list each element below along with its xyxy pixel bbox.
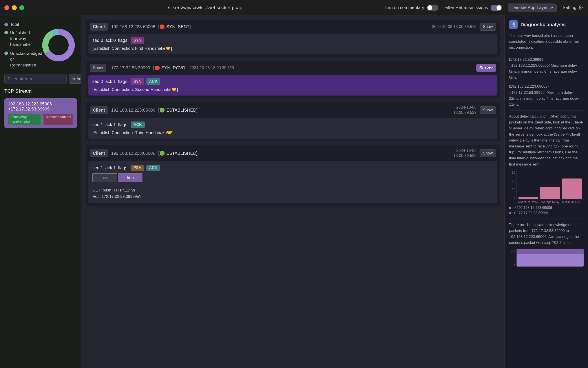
pkt3-flags-label: flags: <box>118 122 129 127</box>
diag-title: Diagnostic analysis <box>520 22 566 28</box>
bar-max-delay <box>562 171 582 199</box>
y-10: 10 <box>509 187 515 191</box>
pkt3-status-icon: [🟢 <box>158 107 165 113</box>
pkt2-message: [Establish Connection: Second Handshake🤝… <box>92 87 493 92</box>
pkt2-flags-label: flags: <box>118 79 129 84</box>
packet-established-1: Client 192.168.12.223:65006 [🟢 ESTABLISH… <box>86 102 500 141</box>
search-row: ⚙ Advanced search <box>4 74 77 84</box>
badge-retransmitted: Retransmitted <box>43 114 73 125</box>
pkt2-show-button[interactable]: Show <box>90 64 106 72</box>
diag-icon: 🔬 <box>509 20 518 29</box>
pkt4-node: Client <box>90 149 108 157</box>
filter-retrans-knob <box>497 5 501 10</box>
tcp-stream-label: TCP Stream <box>4 87 77 95</box>
pkt3-body: seq:1 ack:1 flags: ACK [Establish Connec… <box>89 118 497 139</box>
pkt1-ack: ack:0 <box>105 38 116 43</box>
pkt3-show-button[interactable]: Show <box>480 106 496 114</box>
pkt2-node: Server <box>476 64 496 72</box>
donut-section: Total Unfinished four-way handshake Unac… <box>4 20 77 70</box>
bar-min-delay <box>518 171 538 199</box>
diag-delay-info-2: [192.168.12.223:65006->172.17.32.53:3999… <box>509 83 584 107</box>
pkt2-flag-syn: SYN <box>131 78 144 85</box>
pkt3-ip: 192.168.12.223:65006 <box>111 108 155 113</box>
pkt4-tab-raw[interactable]: raw <box>92 173 118 183</box>
unfinished-dot <box>4 31 8 34</box>
chart-bars-container: Minimum Delay Average Delay Maximum Del.… <box>517 171 584 203</box>
bar-labels-row: Minimum Delay Average Delay Maximum Del.… <box>517 200 584 203</box>
chart2-bar <box>517 249 584 267</box>
pkt1-status: [🔴 SYN_SENT] <box>158 24 191 29</box>
toolbar-controls: Turn on commentary Filter Retransmission… <box>384 3 584 12</box>
packet-syn-rcvd: Server 2024-10-08 18:00:39.529 [🔴 SYN_RC… <box>86 61 500 98</box>
legend-unfinished-label: Unfinished four-way handshake <box>10 30 36 47</box>
pkt1-flags-label: flags: <box>118 38 129 43</box>
unack-dot <box>4 52 8 55</box>
filter-retrans-label: Filter Retransmissions <box>445 5 488 10</box>
filter-retrans-toggle[interactable] <box>490 5 502 11</box>
y2-mid: 1.5 <box>509 263 515 267</box>
sidebar: Total Unfinished four-way handshake Unac… <box>0 15 81 368</box>
stream-item-0[interactable]: 192.168.12.223:65006->172.17.32.53:39999… <box>4 98 77 128</box>
pkt4-tab-http[interactable]: http <box>118 173 143 183</box>
pkt2-flags-row: seq:0 ack:1 flags: SYN ACK <box>92 78 493 85</box>
y-axis: 30 20 10 0 <box>509 171 515 199</box>
pkt2-status-icon: [🔴 <box>153 65 160 71</box>
maximize-button[interactable] <box>19 5 24 10</box>
pkt4-ip: 192.168.12.223:65006 <box>111 151 155 156</box>
packet-established-2-header: Client 192.168.12.223:65006 [🟢 ESTABLISH… <box>86 145 500 161</box>
pkt2-ack: ack:1 <box>105 79 116 84</box>
pkt4-show-button[interactable]: Show <box>480 149 496 157</box>
divider-2 <box>509 110 584 111</box>
pkt4-seq: seq:1 <box>92 165 103 170</box>
pkt4-flag-psh: PSH <box>131 165 144 171</box>
minimize-button[interactable] <box>12 5 17 10</box>
commentary-label: Turn on commentary <box>384 5 424 10</box>
commentary-toggle-group: Turn on commentary <box>384 5 438 11</box>
http-line-1: GET /push HTTP/1.1\r\n <box>92 187 493 193</box>
pkt1-flag-syn: SYN <box>131 37 144 44</box>
commentary-toggle[interactable] <box>427 5 438 11</box>
pkt3-time: 2024-10-08 <box>456 105 477 110</box>
diagnostic-icon-symbol: 🔬 <box>511 22 517 28</box>
http-line-2: Host:172.17.32.53:39999\r\n <box>92 193 493 200</box>
titlebar: /Users/wjy/cxwl/.../websocket.pcap Turn … <box>0 0 588 15</box>
y-0: 0 <box>509 196 515 199</box>
pkt2-status: [🔴 SYN_RCVD] <box>153 65 187 71</box>
pkt4-time: 2024-10-08 <box>456 148 477 153</box>
right-panel: 🔬 Diagnostic analysis The four-way hands… <box>504 15 588 368</box>
dup-ack-text: There are 1 duplicate acknowledgment pac… <box>509 222 584 246</box>
legend-dot-server <box>509 212 511 214</box>
diag-summary: The four-way handshake has not been comp… <box>509 33 584 51</box>
close-button[interactable] <box>4 5 9 10</box>
pkt3-flag-ack: ACK <box>131 121 145 128</box>
legend-dot-client <box>509 207 511 209</box>
decode-app-layer-button[interactable]: Decode App Layer ↗ <box>508 3 557 12</box>
legend-unfinished: Unfinished four-way handshake <box>4 30 36 47</box>
legend-total: Total <box>4 22 36 27</box>
pkt2-flag-ack: ACK <box>146 78 160 85</box>
legend-item-client: -> 192.168.12.223:65006 <box>509 206 584 210</box>
legend-unack: Unacknowledged or Retransmitted <box>4 51 36 68</box>
setting-button[interactable]: ⚙ <box>578 4 584 11</box>
total-dot <box>4 23 8 27</box>
pkt4-status-icon: [🟢 <box>158 151 165 156</box>
donut-chart <box>41 28 76 63</box>
y-30: 30 <box>509 171 515 174</box>
pkt4-status-text: ESTABLISHED] <box>166 151 197 156</box>
filter-stream-input[interactable] <box>4 74 67 84</box>
pkt1-show-button[interactable]: Show <box>480 23 496 31</box>
bar-label-max: Maximum Del... <box>562 200 582 203</box>
pkt3-status: [🟢 ESTABLISHED] <box>158 107 197 113</box>
bar-label-min: Minimum Delay <box>518 200 538 203</box>
packet-established-2: Client 192.168.12.223:65006 [🟢 ESTABLISH… <box>86 145 500 206</box>
pkt3-node: Client <box>90 106 108 114</box>
bar-max-fill <box>562 178 582 199</box>
pkt4-http-content: GET /push HTTP/1.1\r\n Host:172.17.32.53… <box>92 185 493 200</box>
pkt3-message: [Establish Connection: Third Handshake🤝] <box>92 130 493 135</box>
divider-3 <box>509 219 584 219</box>
chart-legend: Total Unfinished four-way handshake Unac… <box>4 22 36 68</box>
legend-item-server: -> 172.17.32.53:39999 <box>509 211 584 215</box>
svg-point-3 <box>49 36 68 55</box>
advanced-search-icon: ⚙ <box>72 77 75 81</box>
external-link-icon: ↗ <box>550 5 553 10</box>
